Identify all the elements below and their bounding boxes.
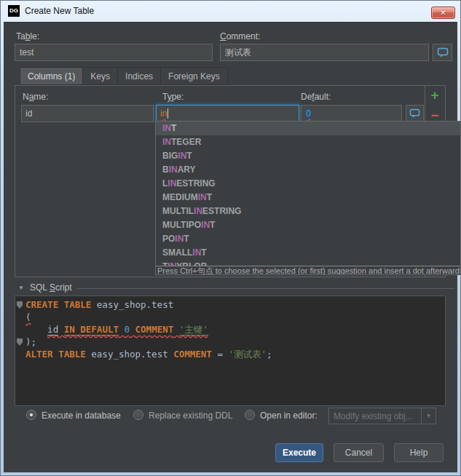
column-name-label: Name: [23,92,48,102]
column-type-label: Type: [162,92,184,102]
table-label: Table: [16,31,39,41]
table-name-input[interactable] [15,44,213,61]
cancel-button[interactable]: Cancel [334,443,384,462]
dialog-title: Create New Table [25,6,94,16]
completion-item-integer[interactable]: INTEGER [156,135,460,149]
table-comment-input[interactable] [220,44,429,61]
type-completion-popup: INT INTEGER BIGINT BINARY LINESTRING MED… [155,121,461,275]
completion-item-bigint[interactable]: BIGINT [156,149,460,163]
collapse-arrow-icon[interactable]: ▼ [18,285,24,291]
comment-label: Comment: [220,31,260,41]
table-editor-tabs: Columns (1) Keys Indices Foreign Keys [20,67,228,85]
radio-execute-in-database[interactable] [26,410,36,420]
column-type-input[interactable]: in [156,105,299,122]
radio-replace-existing-ddl[interactable] [133,410,143,420]
column-name-value: id [25,108,32,119]
close-button[interactable]: ✕ [431,7,455,19]
column-default-input[interactable]: 0 [301,105,402,122]
tab-foreign-keys[interactable]: Foreign Keys [161,67,228,85]
completion-list: INT INTEGER BIGINT BINARY LINESTRING MED… [156,122,460,266]
code-line: ( [15,311,445,323]
create-new-table-dialog: DG Create New Table ✕ Table: Comment: Co… [0,0,461,476]
completion-item-mediumint[interactable]: MEDIUMINT [156,191,460,205]
completion-item-multilinestring[interactable]: MULTILINESTRING [156,205,460,218]
radio-dot [30,413,33,416]
completion-item-int[interactable]: INT [156,122,460,135]
radio-execute-in-database-label[interactable]: Execute in database [42,410,121,421]
execute-button[interactable]: Execute [275,443,323,462]
close-icon: ✕ [440,9,446,17]
column-type-value: in [160,108,167,119]
text-caret [168,108,168,119]
tab-keys[interactable]: Keys [83,67,118,85]
completion-item-linestring[interactable]: LINESTRING [156,177,460,191]
column-name-input[interactable]: id [21,105,154,122]
completion-item-tinyblob[interactable]: TINYBLOB [156,260,460,266]
comment-editor-button[interactable] [433,44,452,61]
radio-open-in-editor[interactable] [245,410,255,420]
comment-bubble-icon [437,47,449,58]
code-line: id IN DEFAULT 0 COMMENT '主键' [15,323,445,336]
sql-editor[interactable]: CREATE TABLE easy_shop.test ( id IN DEFA… [15,295,446,406]
help-button[interactable]: Help [394,443,444,462]
column-default-value: 0 [305,108,312,119]
code-line: ); [15,336,445,348]
combobox-value: Modify existing obj... [329,411,421,421]
completion-item-point[interactable]: POINT [156,232,460,246]
open-in-editor-combobox[interactable]: Modify existing obj... ▼ [328,408,436,424]
chevron-down-icon: ▼ [421,408,436,424]
section-separator [76,288,454,289]
completion-item-smallint[interactable]: SMALLINT [156,246,460,260]
titlebar[interactable]: DG Create New Table ✕ [0,0,461,22]
datagrip-logo-icon: DG [8,5,20,17]
completion-item-multipoint[interactable]: MULTIPOINT [156,218,460,232]
completion-hint: Press Ctrl+句点 to choose the selected (or… [156,266,460,274]
fold-marker-icon[interactable] [17,338,23,346]
column-comment-button[interactable] [406,105,424,122]
sql-script-title: SQL Script [30,282,72,293]
radio-open-in-editor-label[interactable]: Open in editor: [260,410,318,421]
comment-bubble-icon [409,108,420,119]
tab-columns[interactable]: Columns (1) [20,67,83,85]
code-line: ALTER TABLE easy_shop.test COMMENT = '测试… [15,348,445,360]
plus-icon: + [430,87,438,103]
fold-marker-icon[interactable] [17,301,23,309]
completion-item-binary[interactable]: BINARY [156,163,460,177]
radio-replace-existing-ddl-label[interactable]: Replace existing DDL [149,410,232,421]
sql-script-header: ▼ SQL Script [4,282,457,294]
tab-indices[interactable]: Indices [118,67,161,85]
code-line: CREATE TABLE easy_shop.test [15,298,445,311]
column-default-label: Default: [301,92,331,102]
add-column-button[interactable]: + [427,88,442,103]
